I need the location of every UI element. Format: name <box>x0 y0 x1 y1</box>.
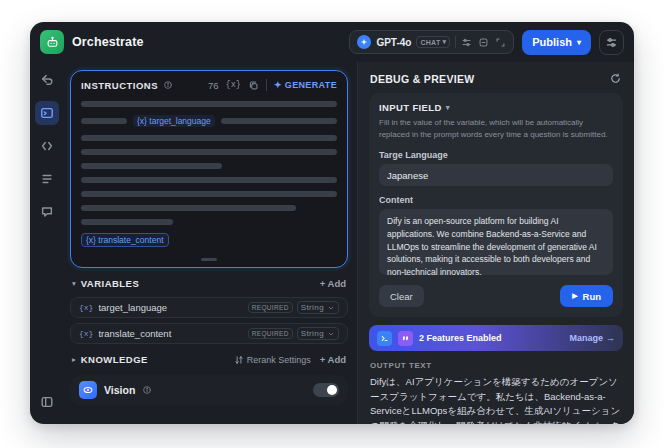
add-variable-button[interactable]: + Add <box>320 278 346 289</box>
instructions-char-count: 76 <box>208 80 219 91</box>
skeleton-line <box>81 118 127 124</box>
app-window: Orchestrate GPT-4o CHAT▾ Publish ▾ <box>30 22 634 424</box>
back-icon[interactable] <box>35 68 59 92</box>
info-icon <box>142 385 152 395</box>
input-field-description: Fill in the value of the variable, which… <box>379 117 613 141</box>
required-badge: REQUIRED <box>248 302 293 313</box>
knowledge-header: ▸ KNOWLEDGE Rerank Settings + Add <box>70 344 348 368</box>
insert-variable-icon[interactable]: {x} <box>226 80 241 90</box>
manage-features-button[interactable]: Manage → <box>569 333 615 343</box>
app-logo <box>40 30 64 54</box>
variable-token-target-language[interactable]: {x} target_language <box>133 115 215 127</box>
prompt-icon <box>40 106 54 120</box>
publish-button[interactable]: Publish ▾ <box>522 30 591 55</box>
sidebar-item-api[interactable] <box>35 134 59 158</box>
play-icon: ▶ <box>572 292 577 300</box>
robot-icon <box>45 35 60 50</box>
vision-setting-row: Vision <box>70 375 348 405</box>
copy-icon[interactable] <box>248 80 259 91</box>
features-enabled-label: 2 Features Enabled <box>419 333 502 343</box>
refresh-icon[interactable] <box>609 72 622 85</box>
chevron-down-icon <box>327 304 335 312</box>
chevron-down-icon: ▾ <box>577 38 581 47</box>
chevron-down-icon <box>327 330 335 338</box>
target-language-label: Targe Language <box>379 150 613 160</box>
settings-icon <box>605 36 618 49</box>
variables-title: VARIABLES <box>81 278 139 289</box>
sidebar-item-annotation[interactable] <box>35 200 59 224</box>
sidebar-item-orchestrate[interactable] <box>35 101 59 125</box>
model-selector[interactable]: GPT-4o CHAT▾ <box>349 30 514 54</box>
variable-name: target_language <box>98 302 167 313</box>
instructions-title: INSTRUCTIONS <box>81 80 158 91</box>
content-textarea[interactable]: Dify is an open-source platform for buil… <box>379 209 613 275</box>
tokens-icon[interactable] <box>478 37 489 48</box>
add-knowledge-button[interactable]: + Add <box>320 354 346 365</box>
variable-name: translate_content <box>98 328 171 339</box>
required-badge: REQUIRED <box>248 328 293 339</box>
chevron-down-icon: ▾ <box>446 103 450 112</box>
vision-title: Vision <box>104 384 135 396</box>
variable-row-target-language[interactable]: {x} target_language REQUIRED String <box>70 297 348 318</box>
instructions-card: INSTRUCTIONS 76 {x} ✦ GENERATE <box>70 70 348 268</box>
target-language-input[interactable]: Japanese <box>379 164 613 186</box>
knowledge-title: KNOWLEDGE <box>81 354 148 365</box>
run-button[interactable]: ▶ Run <box>560 285 613 307</box>
info-icon <box>163 80 173 90</box>
debug-preview-panel: DEBUG & PREVIEW INPUT FIELD ▾ Fill in th… <box>358 62 634 424</box>
input-field-card: INPUT FIELD ▾ Fill in the value of the v… <box>369 93 623 317</box>
vision-icon <box>79 381 97 399</box>
skeleton-line <box>81 101 337 107</box>
features-banner[interactable]: 2 Features Enabled Manage → <box>369 325 623 351</box>
variable-prefix: {x} <box>79 303 93 312</box>
chat-bubble-icon <box>40 205 54 219</box>
page-title: Orchestrate <box>72 35 144 49</box>
skeleton-line <box>81 149 337 155</box>
feature-icon-1 <box>377 331 392 346</box>
type-badge[interactable]: String <box>297 327 339 340</box>
collapse-panel-icon[interactable] <box>35 390 59 414</box>
variable-token-translate-content[interactable]: {x} translate_content <box>81 233 169 247</box>
app-settings-button[interactable] <box>599 30 624 55</box>
output-text: Difyは、AIアプリケーションを構築するためのオープンソースプラットフォームで… <box>369 375 623 424</box>
model-mode-badge: CHAT▾ <box>416 36 450 48</box>
feature-icon-2 <box>398 331 413 346</box>
input-field-header[interactable]: INPUT FIELD ▾ <box>379 102 613 113</box>
chevron-down-icon: ▾ <box>442 38 446 46</box>
variable-row-translate-content[interactable]: {x} translate_content REQUIRED String <box>70 323 348 344</box>
params-icon[interactable] <box>461 37 472 48</box>
model-name: GPT-4o <box>376 37 411 48</box>
app-header: Orchestrate GPT-4o CHAT▾ Publish ▾ <box>30 22 634 62</box>
left-icon-rail <box>30 62 64 424</box>
rerank-icon <box>234 355 244 365</box>
code-icon <box>40 139 54 153</box>
debug-preview-title: DEBUG & PREVIEW <box>370 73 475 85</box>
chevron-down-icon[interactable]: ▾ <box>72 279 76 288</box>
model-provider-icon <box>357 35 371 49</box>
skeleton-line <box>221 118 337 124</box>
resize-handle[interactable] <box>201 258 217 261</box>
skeleton-line <box>81 205 296 211</box>
sparkle-icon: ✦ <box>274 80 282 90</box>
arrow-right-icon: → <box>606 333 615 343</box>
variable-prefix: {x} <box>79 329 93 338</box>
sidebar-item-logs[interactable] <box>35 167 59 191</box>
skeleton-line <box>81 219 173 225</box>
logs-icon <box>40 172 54 186</box>
instructions-skeleton[interactable]: {x} target_language {x} translate_conten… <box>71 95 347 258</box>
maximize-icon[interactable] <box>495 37 506 48</box>
rerank-settings-button[interactable]: Rerank Settings <box>234 355 311 365</box>
output-text-title: OUTPUT TEXT <box>370 361 622 370</box>
skeleton-line <box>81 163 222 169</box>
clear-button[interactable]: Clear <box>379 285 424 307</box>
skeleton-line <box>81 135 337 141</box>
variables-header: ▾ VARIABLES + Add <box>70 268 348 292</box>
content-label: Content <box>379 195 613 205</box>
orchestrate-panel: INSTRUCTIONS 76 {x} ✦ GENERATE <box>64 62 358 424</box>
chevron-right-icon[interactable]: ▸ <box>72 355 76 364</box>
vision-toggle[interactable] <box>313 383 339 397</box>
type-badge[interactable]: String <box>297 301 339 314</box>
generate-button[interactable]: ✦ GENERATE <box>274 80 337 90</box>
skeleton-line <box>81 191 337 197</box>
skeleton-line <box>81 177 337 183</box>
